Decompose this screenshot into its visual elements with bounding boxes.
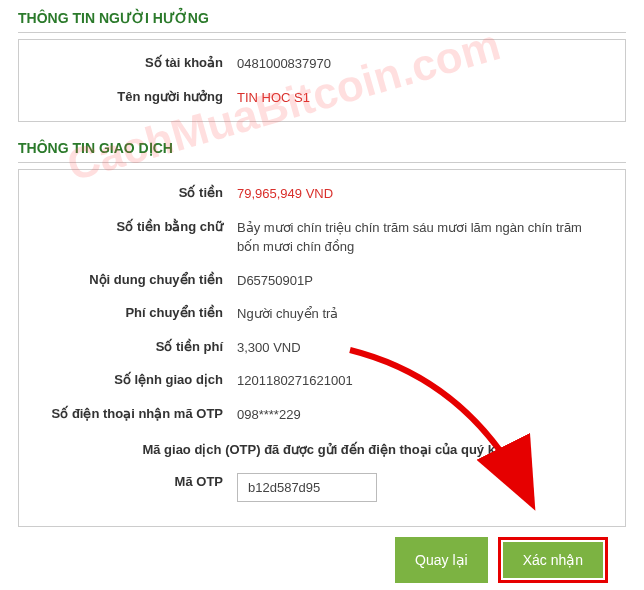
fee-amount-value: 3,300 VND (237, 338, 607, 358)
account-row: Số tài khoản 0481000837970 (37, 54, 607, 74)
content-label: Nội dung chuyển tiền (37, 271, 237, 289)
transaction-panel: Số tiền 79,965,949 VND Số tiền bằng chữ … (18, 169, 626, 527)
content-value: D65750901P (237, 271, 607, 291)
confirm-button[interactable]: Xác nhận (503, 542, 603, 578)
account-value: 0481000837970 (237, 54, 607, 74)
beneficiary-name-row: Tên người hưởng TIN HOC S1 (37, 88, 607, 108)
beneficiary-section-title: THÔNG TIN NGƯỜI HƯỞNG (18, 10, 626, 33)
amount-row: Số tiền 79,965,949 VND (37, 184, 607, 204)
otp-label: Mã OTP (37, 473, 237, 491)
phone-row: Số điện thoại nhận mã OTP 098****229 (37, 405, 607, 425)
transaction-section-title: THÔNG TIN GIAO DỊCH (18, 140, 626, 163)
amount-label: Số tiền (37, 184, 237, 202)
confirm-highlight: Xác nhận (498, 537, 608, 583)
fee-by-label: Phí chuyển tiền (37, 304, 237, 322)
fee-by-value: Người chuyển trả (237, 304, 607, 324)
back-button[interactable]: Quay lại (395, 537, 488, 583)
beneficiary-name-label: Tên người hưởng (37, 88, 237, 106)
account-label: Số tài khoản (37, 54, 237, 72)
phone-value: 098****229 (237, 405, 607, 425)
otp-notice: Mã giao dịch (OTP) đã được gửi đến điện … (37, 442, 607, 457)
otp-input[interactable] (237, 473, 377, 502)
amount-value: 79,965,949 VND (237, 184, 607, 204)
amount-words-label: Số tiền bằng chữ (37, 218, 237, 236)
amount-words-value: Bảy mươi chín triệu chín trăm sáu mươi l… (237, 218, 607, 257)
phone-label: Số điện thoại nhận mã OTP (37, 405, 237, 423)
amount-words-row: Số tiền bằng chữ Bảy mươi chín triệu chí… (37, 218, 607, 257)
beneficiary-panel: Số tài khoản 0481000837970 Tên người hưở… (18, 39, 626, 122)
button-bar: Quay lại Xác nhận (18, 537, 626, 583)
otp-row: Mã OTP (37, 473, 607, 502)
order-label: Số lệnh giao dịch (37, 371, 237, 389)
order-value: 1201180271621001 (237, 371, 607, 391)
fee-amount-row: Số tiền phí 3,300 VND (37, 338, 607, 358)
order-row: Số lệnh giao dịch 1201180271621001 (37, 371, 607, 391)
fee-amount-label: Số tiền phí (37, 338, 237, 356)
content-row: Nội dung chuyển tiền D65750901P (37, 271, 607, 291)
fee-by-row: Phí chuyển tiền Người chuyển trả (37, 304, 607, 324)
beneficiary-name-value: TIN HOC S1 (237, 88, 607, 108)
